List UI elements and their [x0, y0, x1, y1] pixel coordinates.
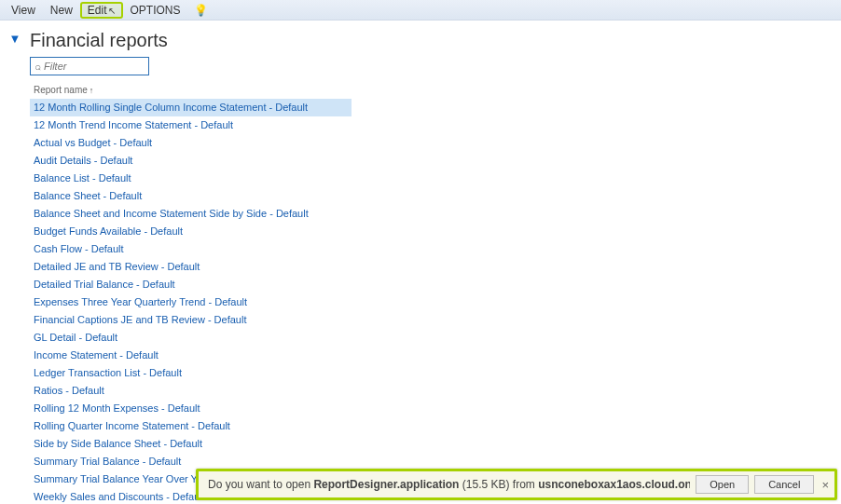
- report-list: 12 Month Rolling Single Column Income St…: [30, 99, 841, 504]
- column-header-report-name[interactable]: Report name ↑: [30, 83, 97, 97]
- filter-funnel-icon[interactable]: ▼: [9, 32, 21, 46]
- toolbar-new[interactable]: New: [43, 2, 80, 19]
- toolbar-view[interactable]: View: [4, 2, 43, 19]
- download-prefix: Do you want to open: [208, 478, 313, 491]
- list-item[interactable]: Actual vs Budget - Default: [30, 134, 841, 152]
- list-item[interactable]: Cash Flow - Default: [30, 240, 841, 258]
- download-filename: ReportDesigner.application: [313, 478, 459, 491]
- download-message: Do you want to open ReportDesigner.appli…: [208, 478, 690, 491]
- close-icon[interactable]: ×: [821, 478, 829, 492]
- filter-box[interactable]: ⌕: [30, 57, 149, 75]
- list-item[interactable]: Detailed Trial Balance - Default: [30, 276, 841, 293]
- list-item[interactable]: Income Statement - Default: [30, 347, 841, 364]
- list-item[interactable]: Audit Details - Default: [30, 152, 841, 170]
- list-item[interactable]: Side by Side Balance Sheet - Default: [30, 435, 841, 453]
- column-header-label: Report name: [34, 85, 88, 95]
- list-item[interactable]: Rolling 12 Month Expenses - Default: [30, 400, 841, 417]
- download-notification-bar: Do you want to open ReportDesigner.appli…: [196, 469, 837, 500]
- list-item[interactable]: Expenses Three Year Quarterly Trend - De…: [30, 293, 841, 311]
- list-item[interactable]: Rolling Quarter Income Statement - Defau…: [30, 417, 841, 435]
- open-button[interactable]: Open: [696, 475, 749, 494]
- list-item[interactable]: Budget Funds Available - Default: [30, 223, 841, 240]
- toolbar-options[interactable]: OPTIONS: [123, 2, 188, 19]
- main-column: Financial reports ⌕ Report name ↑ 12 Mon…: [24, 26, 841, 504]
- list-item[interactable]: 12 Month Rolling Single Column Income St…: [30, 99, 352, 116]
- list-item[interactable]: 12 Month Trend Income Statement - Defaul…: [30, 116, 841, 134]
- list-item[interactable]: Balance List - Default: [30, 170, 841, 187]
- toolbar-edit-label: Edit: [88, 4, 107, 17]
- download-size: (15.5 KB) from: [459, 478, 538, 491]
- list-item[interactable]: Ledger Transaction List - Default: [30, 364, 841, 382]
- list-item[interactable]: Balance Sheet and Income Statement Side …: [30, 205, 841, 223]
- download-host: usnconeboxax1aos.cloud.onebox.dynamics.c…: [538, 478, 690, 491]
- list-item[interactable]: Detailed JE and TB Review - Default: [30, 258, 841, 276]
- cursor-icon: ↖: [108, 6, 116, 16]
- help-icon[interactable]: 💡: [194, 4, 208, 17]
- list-item[interactable]: Balance Sheet - Default: [30, 187, 841, 205]
- action-toolbar: View New Edit↖ OPTIONS 💡: [0, 0, 841, 20]
- cancel-button[interactable]: Cancel: [754, 475, 814, 494]
- list-item[interactable]: Financial Captions JE and TB Review - De…: [30, 311, 841, 329]
- list-item[interactable]: GL Detail - Default: [30, 329, 841, 347]
- page-title: Financial reports: [30, 30, 841, 51]
- search-icon: ⌕: [34, 61, 41, 72]
- toolbar-edit[interactable]: Edit↖: [80, 2, 123, 19]
- filter-column: ▼: [6, 26, 24, 504]
- list-item[interactable]: Ratios - Default: [30, 382, 841, 400]
- filter-input[interactable]: [44, 61, 145, 72]
- content-area: ▼ Financial reports ⌕ Report name ↑ 12 M…: [0, 20, 841, 504]
- sort-asc-icon: ↑: [90, 86, 94, 95]
